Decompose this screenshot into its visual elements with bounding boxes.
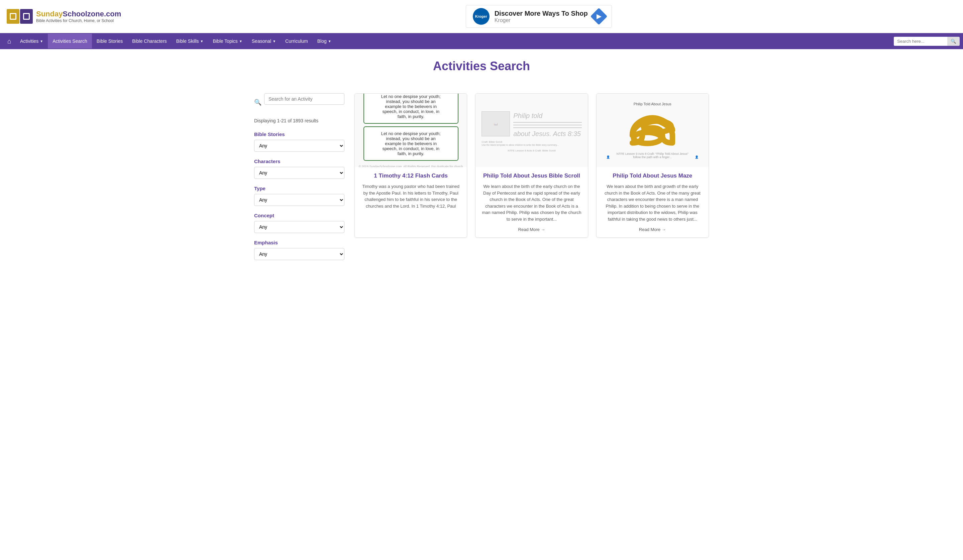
filter-type: Type Any xyxy=(254,186,344,206)
card-1-timothy: Let no one despise your youth; instead, … xyxy=(355,93,467,238)
card-philip-scroll: 📖 Philip told about Jesus. Acts 8:35 xyxy=(475,93,588,238)
nav-item-curriculum[interactable]: Curriculum xyxy=(280,34,313,49)
card1-title: 1 Timothy 4:12 Flash Cards xyxy=(360,173,462,179)
ad-nav-icon: ▶ xyxy=(590,8,607,25)
main-nav: ⌂ Activities ▼ Activities Search Bible S… xyxy=(0,33,963,49)
filter-characters: Characters Any xyxy=(254,159,344,179)
filter-bible-stories: Bible Stories Any xyxy=(254,131,344,152)
activities-arrow: ▼ xyxy=(40,39,43,43)
ad-inner: Kroger Discover More Ways To Shop Kroger… xyxy=(466,5,612,28)
nav-item-bible-skills[interactable]: Bible Skills ▼ xyxy=(172,34,208,49)
logo-area: SundaySchoolzone.com Bible Activities fo… xyxy=(7,9,121,24)
kroger-logo: Kroger xyxy=(473,8,490,25)
ad-subtext: Kroger xyxy=(494,18,588,23)
search-row: 🔍 xyxy=(254,93,344,111)
page-title: Activities Search xyxy=(7,59,956,73)
scroll-divider3 xyxy=(513,127,582,128)
scroll-text-area: Philip told about Jesus. Acts 8:35 xyxy=(513,111,582,138)
flash-card-bottom: Let no one despise your youth; instead, … xyxy=(363,126,459,161)
nav-item-seasonal[interactable]: Seasonal ▼ xyxy=(247,34,280,49)
results-count: Displaying 1-21 of 1893 results xyxy=(254,118,344,123)
logo-purple-inner xyxy=(23,13,30,20)
filter-type-select[interactable]: Any xyxy=(254,194,344,206)
site-name-school: School xyxy=(63,10,87,18)
activity-search-input[interactable] xyxy=(264,93,344,105)
nav-item-activities[interactable]: Activities ▼ xyxy=(15,34,48,49)
nav-search: 🔍 xyxy=(894,37,960,46)
blog-arrow: ▼ xyxy=(328,39,331,43)
filter-bible-stories-label: Bible Stories xyxy=(254,131,344,137)
bible-skills-arrow: ▼ xyxy=(200,39,204,43)
card-philip-maze: Philip Told About Jesus 👤 NTFE Lesson 9 … xyxy=(596,93,709,238)
card3-body: Philip Told About Jesus Maze We learn ab… xyxy=(597,167,708,237)
card1-body: 1 Timothy 4:12 Flash Cards Timothy was a… xyxy=(355,167,467,237)
scroll-title-text: Philip told xyxy=(513,111,582,120)
site-header: SundaySchoolzone.com Bible Activities fo… xyxy=(0,0,963,33)
full-content: 🔍 Displaying 1-21 of 1893 results Bible … xyxy=(0,83,963,277)
nav-search-button[interactable]: 🔍 xyxy=(947,37,960,46)
site-name-highlight: Sunday xyxy=(36,10,63,18)
filter-emphasis: Emphasis Any xyxy=(254,240,344,260)
filter-emphasis-select[interactable]: Any xyxy=(254,248,344,260)
logo-text: SundaySchoolzone.com Bible Activities fo… xyxy=(36,10,121,23)
scroll-footer: NTFE Lesson 9 Acts 8 Craft: Bible Scroll xyxy=(507,149,556,152)
card1-footer-text: © 2019 SundaySchoolzone.com. All Rights … xyxy=(358,163,464,167)
card3-read-more[interactable]: Read More → xyxy=(602,227,703,232)
nav-item-bible-topics[interactable]: Bible Topics ▼ xyxy=(208,34,247,49)
logo-gold-square xyxy=(7,9,19,24)
card3-title: Philip Told About Jesus Maze xyxy=(602,173,703,179)
logo-icon xyxy=(7,9,33,24)
scroll-divider1 xyxy=(513,122,582,123)
filter-concept-label: Concept xyxy=(254,213,344,218)
card2-read-more[interactable]: Read More → xyxy=(481,227,582,232)
filter-concept-select[interactable]: Any xyxy=(254,221,344,233)
ad-text: Discover More Ways To Shop Kroger xyxy=(494,10,588,23)
sidebar: 🔍 Displaying 1-21 of 1893 results Bible … xyxy=(254,93,355,267)
scroll-divider2 xyxy=(513,125,582,125)
nav-search-input[interactable] xyxy=(894,37,947,46)
card1-description: Timothy was a young pastor who had been … xyxy=(360,183,462,232)
maze-footer-text: NTFE Lesson 9 Acts 8 Craft: "Philip Told… xyxy=(615,152,690,159)
card3-image: Philip Told About Jesus 👤 NTFE Lesson 9 … xyxy=(597,94,708,167)
scroll-illustration: 📖 xyxy=(481,111,510,136)
card2-image: 📖 Philip told about Jesus. Acts 8:35 xyxy=(475,94,587,167)
card2-title: Philip Told About Jesus Bible Scroll xyxy=(481,173,582,179)
home-icon[interactable]: ⌂ xyxy=(3,37,15,45)
page-wrapper: Activities Search 🔍 Displaying 1-21 of 1… xyxy=(0,49,963,277)
filter-emphasis-label: Emphasis xyxy=(254,240,344,245)
maze-person-right: 👤 xyxy=(690,155,704,159)
maze-card-title: Philip Told About Jesus xyxy=(634,102,671,106)
maze-bottom-row: 👤 NTFE Lesson 9 Acts 8 Craft: "Philip To… xyxy=(600,152,705,159)
card3-description: We learn about the birth and growth of t… xyxy=(602,183,703,222)
filter-characters-select[interactable]: Any xyxy=(254,167,344,179)
ad-banner: Kroger Discover More Ways To Shop Kroger… xyxy=(121,3,956,29)
cards-area: Let no one despise your youth; instead, … xyxy=(355,93,709,267)
nav-item-activities-search[interactable]: Activities Search xyxy=(48,34,92,49)
filter-bible-stories-select[interactable]: Any xyxy=(254,140,344,152)
card2-body: Philip Told About Jesus Bible Scroll We … xyxy=(475,167,587,237)
nav-item-bible-stories[interactable]: Bible Stories xyxy=(92,34,128,49)
search-icon: 🔍 xyxy=(254,99,261,106)
site-tagline: Bible Activities for Church, Home, or Sc… xyxy=(36,18,121,23)
filter-type-label: Type xyxy=(254,186,344,191)
filter-concept: Concept Any xyxy=(254,213,344,233)
site-name: SundaySchoolzone.com xyxy=(36,10,121,18)
ad-headline: Discover More Ways To Shop xyxy=(494,10,588,18)
site-name-zone: zone.com xyxy=(87,10,121,18)
logo-gold-inner xyxy=(10,13,16,20)
maze-person-left: 👤 xyxy=(601,155,615,159)
logo-purple-square xyxy=(20,9,33,24)
seasonal-arrow: ▼ xyxy=(272,39,276,43)
nav-item-bible-characters[interactable]: Bible Characters xyxy=(127,34,172,49)
nav-item-blog[interactable]: Blog ▼ xyxy=(313,34,336,49)
card1-image: Let no one despise your youth; instead, … xyxy=(355,94,467,167)
card2-description: We learn about the birth of the early ch… xyxy=(481,183,582,222)
scroll-credit: Craft: Bible Scroll Use the blank templa… xyxy=(481,141,582,146)
page-content: 🔍 Displaying 1-21 of 1893 results Bible … xyxy=(248,83,715,277)
flash-card-top: Let no one despise your youth; instead, … xyxy=(363,94,459,124)
scroll-subtitle-text: about Jesus. Acts 8:35 xyxy=(513,130,582,138)
bible-topics-arrow: ▼ xyxy=(239,39,242,43)
maze-svg xyxy=(627,108,678,152)
scroll-container: 📖 Philip told about Jesus. Acts 8:35 xyxy=(479,108,584,149)
scroll-body: 📖 Philip told about Jesus. Acts 8:35 xyxy=(481,111,582,138)
